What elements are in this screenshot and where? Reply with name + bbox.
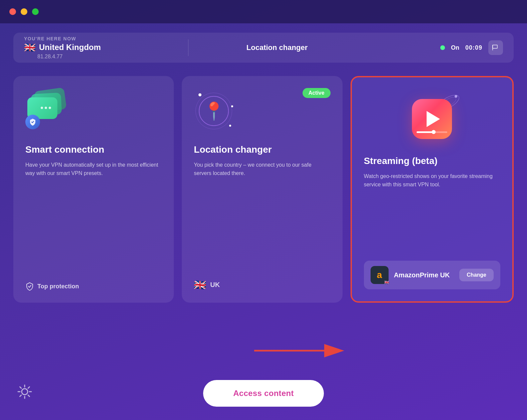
change-service-button[interactable]: Change: [459, 269, 494, 281]
streaming-icon-area: [364, 91, 500, 147]
streaming-description: Watch geo-restricted shows on your favor…: [364, 172, 500, 252]
header-bar: YOU'RE HERE NOW 🇬🇧 United Kingdom 81.28.…: [13, 33, 514, 63]
dots-indicator: [41, 107, 51, 109]
svg-line-14: [20, 395, 21, 396]
streaming-icon: [409, 96, 455, 142]
flag-icon: [492, 44, 499, 51]
header-status: On 00:09: [352, 40, 503, 55]
youre-here-label: YOU'RE HERE NOW: [24, 36, 175, 41]
location-changer-description: You pick the country – we connect you to…: [194, 161, 330, 271]
shield-footer-icon: [25, 282, 34, 291]
bottom-bar: Access content: [0, 380, 527, 407]
play-button-bg: [412, 99, 452, 139]
streaming-footer: a 🇬🇧 AmazonPrime UK Change: [364, 252, 500, 289]
orbit-dot-1: [198, 93, 201, 96]
pin-icon: 📍: [203, 101, 225, 121]
svg-line-12: [28, 395, 29, 396]
shield-badge: [25, 115, 40, 129]
flag-button[interactable]: [488, 40, 503, 55]
close-button[interactable]: [9, 8, 16, 15]
orbit-dot-3: [231, 105, 233, 107]
amazon-uk-flag: 🇬🇧: [384, 280, 389, 285]
smart-connection-title: Smart connection: [25, 144, 162, 155]
country-info: 🇬🇧 United Kingdom: [24, 42, 175, 53]
svg-point-6: [22, 389, 28, 395]
access-content-button[interactable]: Access content: [203, 380, 324, 407]
playback-progress: [417, 131, 447, 133]
uk-flag-icon: 🇬🇧: [194, 279, 206, 291]
location-changer-card[interactable]: Active 📍 Location changer You pick the c…: [182, 76, 342, 303]
settings-gear-icon: [17, 384, 33, 400]
location-changer-footer: 🇬🇧 UK: [194, 271, 330, 291]
header-feature-label: Location changer: [202, 43, 353, 52]
header-location: YOU'RE HERE NOW 🇬🇧 United Kingdom 81.28.…: [24, 36, 175, 60]
location-changer-title: Location changer: [246, 43, 308, 52]
orbit-dot-2: [229, 125, 231, 127]
streaming-title: Streaming (beta): [364, 155, 500, 167]
globe-icon: 📍: [194, 89, 234, 133]
minimize-button[interactable]: [21, 8, 27, 15]
streaming-card[interactable]: Streaming (beta) Watch geo-restricted sh…: [351, 76, 514, 303]
header-divider: [188, 39, 188, 56]
location-changer-title: Location changer: [194, 144, 330, 155]
active-badge: Active: [303, 88, 331, 98]
svg-line-13: [28, 387, 29, 388]
play-triangle-icon: [427, 111, 440, 127]
connection-timer: 00:09: [465, 44, 482, 51]
annotation-arrow: [247, 337, 354, 365]
cards-area: Smart connection Have your VPN automatic…: [13, 76, 514, 303]
shield-icon: [29, 118, 36, 126]
maximize-button[interactable]: [32, 8, 39, 15]
titlebar: [0, 0, 527, 23]
top-protection-label: Top protection: [37, 283, 79, 290]
progress-fill: [417, 131, 434, 133]
smart-connection-icon-area: [25, 89, 162, 136]
amazon-service-name: AmazonPrime UK: [394, 271, 454, 279]
status-indicator: [440, 45, 445, 50]
svg-point-4: [455, 95, 457, 98]
amazon-prime-bar[interactable]: a 🇬🇧 AmazonPrime UK Change: [364, 261, 500, 289]
smart-connection-description: Have your VPN automatically set up in th…: [25, 161, 162, 274]
smart-connection-card[interactable]: Smart connection Have your VPN automatic…: [13, 76, 174, 303]
country-name: United Kingdom: [39, 43, 101, 52]
svg-rect-0: [493, 45, 497, 48]
amazon-icon: a 🇬🇧: [371, 266, 389, 284]
uk-country-label: UK: [210, 281, 220, 289]
ip-address: 81.28.4.77: [37, 54, 175, 60]
progress-dot: [432, 130, 436, 134]
status-label: On: [451, 44, 459, 51]
country-flag: 🇬🇧: [24, 42, 36, 53]
settings-button[interactable]: [17, 384, 33, 403]
svg-line-11: [20, 387, 21, 388]
smart-icon: [25, 89, 69, 129]
smart-connection-footer: Top protection: [25, 274, 162, 291]
